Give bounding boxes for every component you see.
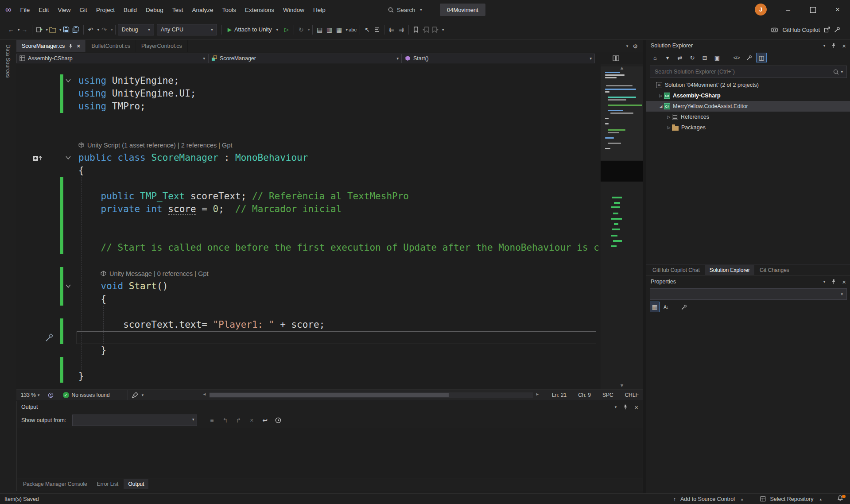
preview-selected-items-icon[interactable]: ◫ bbox=[756, 53, 767, 62]
line-transpose-icon[interactable] bbox=[372, 24, 382, 35]
code-line[interactable]: public TMP_Text scoreText; // Referència… bbox=[16, 190, 643, 203]
tool-tab-solution-explorer[interactable]: Solution Explorer bbox=[705, 265, 754, 275]
previous-bookmark-icon[interactable] bbox=[421, 24, 431, 35]
code-line[interactable]: public class ScoreManager : MonoBehaviou… bbox=[16, 151, 643, 164]
issues-status[interactable]: No issues found bbox=[72, 392, 110, 398]
document-tab[interactable]: PlayerControl.cs bbox=[136, 40, 188, 52]
navigate-backward-icon[interactable]: ← bbox=[6, 24, 16, 35]
code-cleanup-menu-icon[interactable]: ▾ bbox=[142, 393, 144, 397]
save-icon[interactable] bbox=[62, 24, 71, 35]
solution-search-box[interactable]: ▾ bbox=[650, 66, 847, 78]
add-to-source-control-button[interactable]: Add to Source Control bbox=[680, 496, 735, 502]
navigate-forward-icon[interactable]: → bbox=[20, 24, 30, 35]
code-line[interactable]: { bbox=[16, 293, 643, 306]
code-line[interactable]: using UnityEngine; bbox=[16, 74, 643, 87]
zoom-dropdown-icon[interactable]: ▾ bbox=[38, 393, 40, 397]
show-all-files-icon[interactable]: ▣ bbox=[712, 53, 722, 62]
menu-item-debug[interactable]: Debug bbox=[141, 0, 168, 19]
source-control-menu-icon[interactable]: ▴ bbox=[741, 497, 743, 501]
code-line[interactable]: } bbox=[16, 344, 643, 357]
hot-reload-icon[interactable]: ↻ bbox=[296, 24, 306, 35]
view-code-icon[interactable]: </> bbox=[731, 53, 742, 62]
horizontal-scrollbar-thumb[interactable] bbox=[210, 393, 449, 397]
code-line[interactable]: void Start() bbox=[16, 280, 643, 293]
menu-item-build[interactable]: Build bbox=[119, 0, 141, 19]
attach-to-unity-button[interactable]: ▶ Attach to Unity ▾ bbox=[224, 24, 282, 35]
menu-item-window[interactable]: Window bbox=[279, 0, 309, 19]
pending-changes-filter-icon[interactable]: ▾ bbox=[662, 53, 673, 62]
properties-tool-icon[interactable] bbox=[744, 53, 754, 62]
notifications-button[interactable] bbox=[837, 495, 846, 504]
new-project-icon[interactable] bbox=[35, 24, 44, 35]
code-line[interactable]: using TMPro; bbox=[16, 100, 643, 113]
quick-info-icon[interactable]: ▦ bbox=[334, 24, 344, 35]
tree-item[interactable]: ◢C#MerryYellow.CodeAssist.Editor bbox=[646, 101, 850, 112]
tree-item[interactable]: ▷C#Assembly-CSharp bbox=[646, 90, 850, 101]
tab-settings-gear-icon[interactable]: ⚙ bbox=[633, 43, 638, 50]
debug-target-combobox[interactable]: Debug▾ bbox=[118, 24, 154, 35]
close-button[interactable]: × bbox=[825, 0, 850, 19]
menu-item-help[interactable]: Help bbox=[309, 0, 330, 19]
close-icon[interactable]: × bbox=[842, 278, 846, 286]
hscroll-left-icon[interactable]: ◄ bbox=[202, 392, 206, 396]
open-file-icon[interactable] bbox=[48, 24, 58, 35]
eol-indicator[interactable]: CRLF bbox=[625, 392, 639, 398]
pin-icon[interactable] bbox=[831, 43, 836, 48]
panel-tab-package-manager-console[interactable]: Package Manager Console bbox=[19, 479, 92, 489]
next-bookmark-icon[interactable] bbox=[431, 24, 440, 35]
data-sources-tab[interactable]: Data Sources bbox=[5, 44, 11, 78]
select-cursor-icon[interactable]: ↖ bbox=[362, 24, 372, 35]
panel-tab-output[interactable]: Output bbox=[124, 479, 148, 489]
copilot-settings-icon[interactable] bbox=[834, 27, 840, 33]
menu-item-file[interactable]: File bbox=[16, 0, 35, 19]
properties-object-combobox[interactable]: ▾ bbox=[650, 288, 847, 300]
solution-search-input[interactable] bbox=[654, 68, 833, 75]
column-indicator[interactable]: Ch: 9 bbox=[578, 392, 591, 398]
code-editor[interactable]: using UnityEngine;using UnityEngine.UI;u… bbox=[16, 64, 643, 389]
output-source-combobox[interactable]: ▾ bbox=[72, 415, 197, 426]
alphabetical-view-icon[interactable]: A↓ bbox=[661, 302, 671, 312]
menu-item-analyze[interactable]: Analyze bbox=[188, 0, 218, 19]
collapse-all-icon[interactable]: ⊟ bbox=[699, 53, 710, 62]
code-line[interactable]: private int score = 0; // Marcador inici… bbox=[16, 203, 643, 216]
redo-menu-icon[interactable]: ▾ bbox=[111, 27, 113, 32]
menu-item-project[interactable]: Project bbox=[92, 0, 119, 19]
tree-collapsed-icon[interactable]: ▷ bbox=[658, 93, 664, 98]
tool-tab-github-copilot-chat[interactable]: GitHub Copilot Chat bbox=[648, 265, 704, 275]
spell-checker-icon[interactable]: abc bbox=[348, 24, 357, 35]
live-share-icon[interactable] bbox=[46, 390, 56, 400]
hscroll-right-icon[interactable]: ► bbox=[536, 392, 539, 396]
search-control[interactable]: Search ▾ bbox=[388, 4, 422, 16]
indent-mode-indicator[interactable]: SPC bbox=[602, 392, 613, 398]
platform-combobox[interactable]: Any CPU▾ bbox=[157, 24, 217, 35]
solution-name-badge[interactable]: 04Moviment bbox=[440, 4, 485, 16]
project-dropdown[interactable]: Assembly-CSharp▾ bbox=[16, 54, 208, 63]
code-line[interactable]: scoreText.text= "Player1: " + score; bbox=[16, 318, 643, 331]
clear-all-icon[interactable]: × bbox=[247, 415, 256, 426]
line-indicator[interactable]: Ln: 21 bbox=[552, 392, 567, 398]
minimize-button[interactable]: ─ bbox=[776, 0, 800, 19]
se-window-menu-icon[interactable]: ▾ bbox=[823, 43, 826, 48]
tool-tab-git-changes[interactable]: Git Changes bbox=[755, 265, 794, 275]
previous-message-icon[interactable]: ↰ bbox=[220, 415, 230, 426]
save-all-icon[interactable] bbox=[71, 24, 81, 35]
output-window-menu-icon[interactable]: ▾ bbox=[615, 405, 617, 409]
toggle-bookmark-icon[interactable] bbox=[411, 24, 421, 35]
redo-icon[interactable]: ↷ bbox=[99, 24, 109, 35]
output-content[interactable] bbox=[17, 428, 643, 478]
minimap-scrollbar[interactable]: ▲ ▼ bbox=[601, 64, 643, 389]
close-icon[interactable]: × bbox=[634, 403, 638, 411]
goto-message-icon[interactable]: ≡ bbox=[207, 415, 217, 426]
categorized-view-icon[interactable]: ▦ bbox=[650, 302, 660, 312]
menu-item-edit[interactable]: Edit bbox=[34, 0, 53, 19]
type-dropdown[interactable]: ScoreManager▾ bbox=[208, 54, 402, 63]
sync-with-active-document-icon[interactable]: ⇄ bbox=[675, 53, 685, 62]
tree-item[interactable]: ▷Packages bbox=[646, 122, 850, 133]
maximize-button[interactable] bbox=[800, 0, 825, 19]
pin-icon[interactable] bbox=[68, 44, 73, 49]
menu-item-view[interactable]: View bbox=[54, 0, 75, 19]
pin-icon[interactable] bbox=[623, 404, 628, 410]
zoom-level[interactable]: 133 % bbox=[21, 392, 36, 398]
next-message-icon[interactable]: ↱ bbox=[233, 415, 243, 426]
tree-item[interactable]: ▷References bbox=[646, 112, 850, 122]
